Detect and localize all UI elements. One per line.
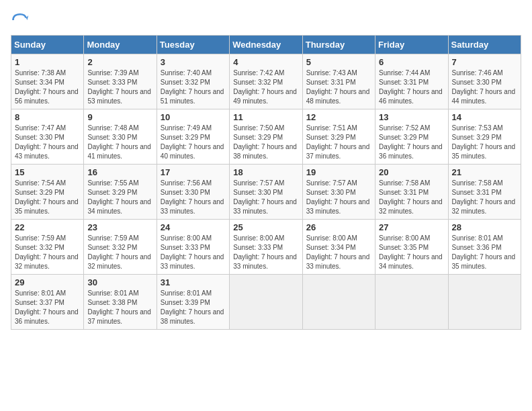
- calendar-header: SundayMondayTuesdayWednesdayThursdayFrid…: [11, 36, 521, 54]
- sunset-label: Sunset: 3:33 PM: [161, 244, 210, 251]
- day-number: 17: [161, 167, 226, 177]
- daylight-label: Daylight: 7 hours and 48 minutes.: [306, 88, 370, 105]
- daylight-label: Daylight: 7 hours and 38 minutes.: [161, 308, 224, 325]
- day-number: 27: [379, 222, 444, 232]
- daylight-label: Daylight: 7 hours and 43 minutes.: [15, 143, 79, 160]
- day-number: 16: [87, 167, 152, 177]
- daylight-label: Daylight: 7 hours and 33 minutes.: [306, 253, 370, 270]
- sunrise-label: Sunrise: 8:01 AM: [452, 234, 503, 242]
- day-number: 20: [379, 167, 444, 177]
- day-info: Sunrise: 7:47 AM Sunset: 3:30 PM Dayligh…: [15, 124, 80, 161]
- sunrise-label: Sunrise: 7:59 AM: [15, 234, 66, 242]
- calendar-cell: 22 Sunrise: 7:59 AM Sunset: 3:32 PM Dayl…: [11, 220, 84, 275]
- sunset-label: Sunset: 3:31 PM: [379, 189, 429, 196]
- sunrise-label: Sunrise: 7:56 AM: [161, 179, 212, 187]
- daylight-label: Daylight: 7 hours and 33 minutes.: [161, 198, 224, 215]
- daylight-label: Daylight: 7 hours and 53 minutes.: [87, 88, 151, 105]
- sunset-label: Sunset: 3:33 PM: [87, 79, 137, 86]
- daylight-label: Daylight: 7 hours and 35 minutes.: [15, 198, 79, 215]
- calendar-table: SundayMondayTuesdayWednesdayThursdayFrid…: [11, 35, 521, 330]
- calendar-cell: 13 Sunrise: 7:52 AM Sunset: 3:29 PM Dayl…: [375, 109, 448, 165]
- day-number: 2: [87, 57, 152, 67]
- calendar-cell: 12 Sunrise: 7:51 AM Sunset: 3:29 PM Dayl…: [302, 109, 375, 165]
- day-info: Sunrise: 7:57 AM Sunset: 3:30 PM Dayligh…: [233, 179, 298, 216]
- calendar-cell: 9 Sunrise: 7:48 AM Sunset: 3:30 PM Dayli…: [84, 109, 157, 165]
- day-info: Sunrise: 7:48 AM Sunset: 3:30 PM Dayligh…: [87, 124, 152, 161]
- day-info: Sunrise: 8:00 AM Sunset: 3:34 PM Dayligh…: [306, 234, 371, 271]
- calendar-cell: 1 Sunrise: 7:38 AM Sunset: 3:34 PM Dayli…: [11, 54, 84, 109]
- daylight-label: Daylight: 7 hours and 49 minutes.: [233, 88, 297, 105]
- calendar-week-5: 29 Sunrise: 8:01 AM Sunset: 3:37 PM Dayl…: [11, 275, 521, 330]
- sunrise-label: Sunrise: 7:55 AM: [87, 179, 138, 187]
- calendar-cell: 31 Sunrise: 8:01 AM Sunset: 3:39 PM Dayl…: [157, 275, 229, 330]
- sunrise-label: Sunrise: 7:58 AM: [379, 179, 430, 187]
- daylight-label: Daylight: 7 hours and 32 minutes.: [452, 198, 516, 215]
- day-number: 13: [379, 112, 444, 122]
- sunset-label: Sunset: 3:33 PM: [233, 244, 283, 251]
- sunrise-label: Sunrise: 7:48 AM: [87, 124, 138, 132]
- logo: [11, 11, 32, 30]
- weekday-header-tuesday: Tuesday: [157, 36, 229, 54]
- sunrise-label: Sunrise: 7:53 AM: [452, 124, 503, 132]
- calendar-cell: [230, 275, 302, 330]
- daylight-label: Daylight: 7 hours and 41 minutes.: [87, 143, 151, 160]
- sunrise-label: Sunrise: 8:00 AM: [161, 234, 212, 242]
- day-info: Sunrise: 8:01 AM Sunset: 3:38 PM Dayligh…: [87, 289, 152, 326]
- sunrise-label: Sunrise: 7:38 AM: [15, 69, 66, 77]
- day-info: Sunrise: 7:59 AM Sunset: 3:32 PM Dayligh…: [15, 234, 80, 271]
- sunset-label: Sunset: 3:34 PM: [15, 79, 64, 86]
- daylight-label: Daylight: 7 hours and 35 minutes.: [452, 253, 516, 270]
- sunset-label: Sunset: 3:35 PM: [379, 244, 429, 251]
- sunset-label: Sunset: 3:30 PM: [233, 189, 283, 196]
- daylight-label: Daylight: 7 hours and 38 minutes.: [233, 143, 297, 160]
- day-info: Sunrise: 7:54 AM Sunset: 3:29 PM Dayligh…: [15, 179, 80, 216]
- calendar-cell: [302, 275, 375, 330]
- sunset-label: Sunset: 3:39 PM: [161, 299, 210, 306]
- calendar-cell: 17 Sunrise: 7:56 AM Sunset: 3:30 PM Dayl…: [157, 165, 229, 220]
- sunrise-label: Sunrise: 8:00 AM: [306, 234, 357, 242]
- sunset-label: Sunset: 3:30 PM: [87, 134, 137, 141]
- calendar-cell: 10 Sunrise: 7:49 AM Sunset: 3:29 PM Dayl…: [157, 109, 229, 165]
- sunset-label: Sunset: 3:32 PM: [87, 244, 137, 251]
- day-info: Sunrise: 7:53 AM Sunset: 3:29 PM Dayligh…: [452, 124, 517, 161]
- calendar-cell: 27 Sunrise: 8:00 AM Sunset: 3:35 PM Dayl…: [375, 220, 448, 275]
- day-number: 11: [233, 112, 298, 122]
- sunset-label: Sunset: 3:32 PM: [233, 79, 283, 86]
- calendar-cell: 21 Sunrise: 7:58 AM Sunset: 3:31 PM Dayl…: [448, 165, 521, 220]
- day-info: Sunrise: 7:59 AM Sunset: 3:32 PM Dayligh…: [87, 234, 152, 271]
- sunset-label: Sunset: 3:31 PM: [306, 79, 356, 86]
- weekday-header-monday: Monday: [84, 36, 157, 54]
- calendar-cell: 28 Sunrise: 8:01 AM Sunset: 3:36 PM Dayl…: [448, 220, 521, 275]
- calendar-cell: 14 Sunrise: 7:53 AM Sunset: 3:29 PM Dayl…: [448, 109, 521, 165]
- sunrise-label: Sunrise: 7:58 AM: [452, 179, 503, 187]
- daylight-label: Daylight: 7 hours and 34 minutes.: [379, 253, 443, 270]
- day-info: Sunrise: 7:39 AM Sunset: 3:33 PM Dayligh…: [87, 68, 152, 106]
- calendar-cell: 3 Sunrise: 7:40 AM Sunset: 3:32 PM Dayli…: [157, 54, 229, 109]
- weekday-header-wednesday: Wednesday: [230, 36, 302, 54]
- calendar-cell: 7 Sunrise: 7:46 AM Sunset: 3:30 PM Dayli…: [448, 54, 521, 109]
- calendar-cell: 23 Sunrise: 7:59 AM Sunset: 3:32 PM Dayl…: [84, 220, 157, 275]
- sunrise-label: Sunrise: 7:51 AM: [306, 124, 357, 132]
- sunset-label: Sunset: 3:37 PM: [15, 299, 64, 306]
- sunset-label: Sunset: 3:30 PM: [15, 134, 64, 141]
- day-number: 12: [306, 112, 371, 122]
- calendar-cell: 29 Sunrise: 8:01 AM Sunset: 3:37 PM Dayl…: [11, 275, 84, 330]
- day-number: 23: [87, 222, 152, 232]
- day-info: Sunrise: 7:50 AM Sunset: 3:29 PM Dayligh…: [233, 124, 298, 161]
- sunrise-label: Sunrise: 8:01 AM: [15, 289, 66, 297]
- sunrise-label: Sunrise: 7:52 AM: [379, 124, 430, 132]
- day-number: 22: [15, 222, 80, 232]
- sunset-label: Sunset: 3:29 PM: [87, 189, 137, 196]
- day-number: 5: [306, 57, 371, 67]
- day-info: Sunrise: 7:43 AM Sunset: 3:31 PM Dayligh…: [306, 68, 371, 106]
- sunset-label: Sunset: 3:29 PM: [233, 134, 283, 141]
- calendar-cell: 5 Sunrise: 7:43 AM Sunset: 3:31 PM Dayli…: [302, 54, 375, 109]
- calendar-cell: 26 Sunrise: 8:00 AM Sunset: 3:34 PM Dayl…: [302, 220, 375, 275]
- day-number: 7: [452, 57, 517, 67]
- daylight-label: Daylight: 7 hours and 33 minutes.: [161, 253, 224, 270]
- day-info: Sunrise: 7:46 AM Sunset: 3:30 PM Dayligh…: [452, 68, 517, 106]
- calendar-cell: 2 Sunrise: 7:39 AM Sunset: 3:33 PM Dayli…: [84, 54, 157, 109]
- sunrise-label: Sunrise: 7:54 AM: [15, 179, 66, 187]
- sunset-label: Sunset: 3:29 PM: [306, 134, 356, 141]
- sunrise-label: Sunrise: 7:40 AM: [161, 69, 212, 77]
